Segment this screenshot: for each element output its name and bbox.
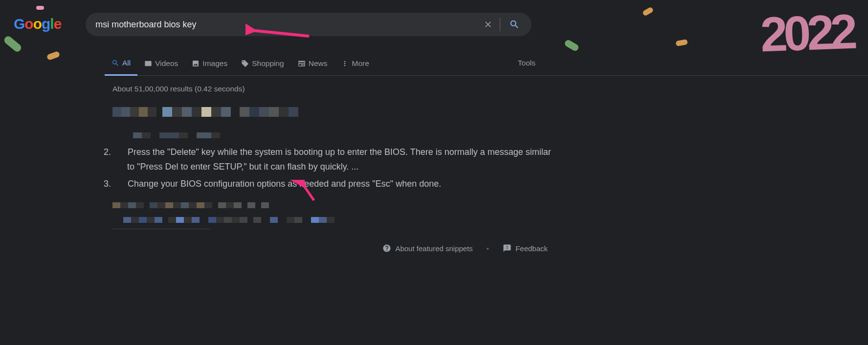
search-icon[interactable] xyxy=(507,17,522,32)
tab-shopping[interactable]: Shopping xyxy=(234,53,291,75)
about-featured-snippets-link[interactable]: About featured snippets xyxy=(382,244,472,253)
feedback-link[interactable]: Feedback xyxy=(503,244,548,253)
confetti-decoration xyxy=(36,6,44,10)
tab-more-label: More xyxy=(352,59,369,68)
help-icon xyxy=(382,244,391,253)
confetti-decoration xyxy=(564,39,580,52)
featured-snippet: 2. Press the "Delete" key while the syst… xyxy=(112,145,553,192)
tab-news[interactable]: News xyxy=(291,53,334,75)
confetti-decoration xyxy=(46,51,61,61)
tab-images[interactable]: Images xyxy=(185,53,234,75)
tab-all[interactable]: All xyxy=(105,53,137,76)
redacted-content xyxy=(123,217,553,223)
redacted-content xyxy=(133,132,553,138)
search-tabs: All Videos Images Shopping News More Too… xyxy=(105,53,868,76)
clear-icon[interactable] xyxy=(481,18,500,31)
result-stats: About 51,00,000 results (0.42 seconds) xyxy=(112,85,553,93)
search-input[interactable] xyxy=(95,20,481,30)
confetti-decoration xyxy=(675,39,688,46)
tab-more[interactable]: More xyxy=(334,53,376,75)
tab-videos[interactable]: Videos xyxy=(137,53,185,75)
google-logo[interactable]: Google xyxy=(14,16,61,32)
snippet-item: 2. Press the "Delete" key while the syst… xyxy=(112,145,553,174)
tab-images-label: Images xyxy=(202,59,227,68)
tab-shopping-label: Shopping xyxy=(252,59,284,68)
tab-all-label: All xyxy=(122,59,131,67)
confetti-decoration xyxy=(3,35,23,53)
divider xyxy=(112,229,210,229)
snippet-item: 3. Change your BIOS configuration option… xyxy=(112,177,553,192)
search-bar xyxy=(86,13,532,36)
separator: • xyxy=(487,244,489,253)
redacted-content xyxy=(112,202,553,208)
redacted-content xyxy=(112,107,553,117)
tab-news-label: News xyxy=(309,59,328,68)
feedback-icon xyxy=(503,244,512,253)
tools-button[interactable]: Tools xyxy=(518,59,535,67)
tab-videos-label: Videos xyxy=(155,59,178,68)
